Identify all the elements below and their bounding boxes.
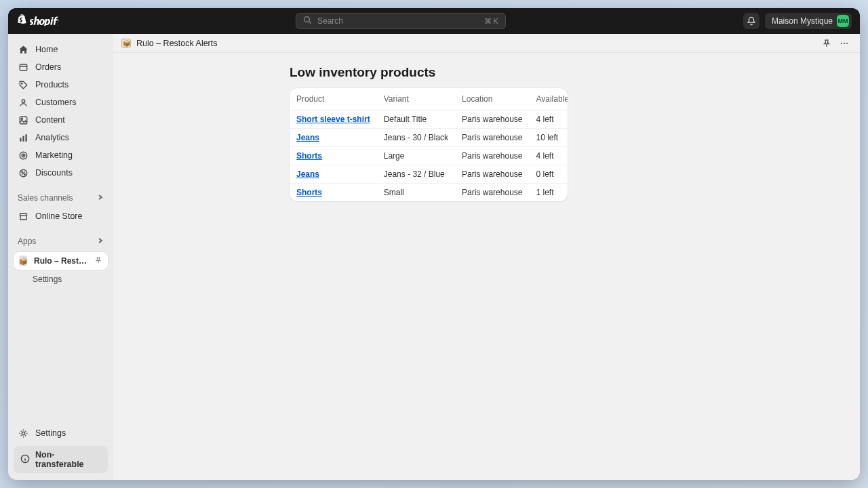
inventory-table: Product Variant Location Available Recor… <box>290 88 568 201</box>
nav-label: Products <box>35 80 68 89</box>
nav-label: Orders <box>35 62 61 72</box>
app-icon: 📦 <box>19 256 27 266</box>
cell-available: 4 left <box>529 110 568 129</box>
nav-label: Online Store <box>35 211 82 221</box>
nav-marketing[interactable]: Marketing <box>8 146 113 164</box>
topbar: Search ⌘ K Maison Mystique MM <box>8 8 860 34</box>
more-button[interactable] <box>837 36 852 51</box>
nav-label: Discounts <box>35 168 73 178</box>
orders-icon <box>18 62 28 73</box>
store-name: Maison Mystique <box>772 16 833 26</box>
sales-channels-header[interactable]: Sales channels <box>8 188 113 207</box>
svg-point-12 <box>23 155 24 156</box>
table-row: ShortsLargeParis warehouse4 left02/01/20… <box>290 147 568 165</box>
cell-available: 10 left <box>529 129 568 147</box>
cell-available: 1 left <box>529 184 568 202</box>
nav-discounts[interactable]: Discounts <box>8 164 113 182</box>
product-link[interactable]: Shorts <box>296 151 322 161</box>
table-row: JeansJeans - 32 / BlueParis warehouse0 l… <box>290 165 568 184</box>
cell-available: 0 left <box>529 165 568 184</box>
page-title: Low inventory products <box>290 65 568 80</box>
notifications-button[interactable] <box>743 13 760 29</box>
products-icon <box>18 79 28 90</box>
svg-point-19 <box>844 42 845 43</box>
shopify-logo[interactable] <box>16 14 58 28</box>
cell-variant: Small <box>377 184 455 202</box>
product-link[interactable]: Short sleeve t-shirt <box>296 115 370 124</box>
section-label: Sales channels <box>18 193 73 203</box>
app-title[interactable]: 📦 Rulo – Restock Alerts <box>121 39 218 48</box>
table-row: JeansJeans - 30 / BlackParis warehouse10… <box>290 129 568 147</box>
section-label: Apps <box>18 237 36 246</box>
sidebar: Home Orders Products Customers Content A… <box>8 34 113 480</box>
info-icon <box>20 454 30 466</box>
sidebar-app-rulo[interactable]: 📦 Rulo – Restock Alerts <box>14 252 108 270</box>
col-location: Location <box>455 88 529 110</box>
pin-button[interactable] <box>819 36 834 51</box>
product-link[interactable]: Jeans <box>296 169 319 179</box>
nav-customers[interactable]: Customers <box>8 94 113 111</box>
table-row: ShortsSmallParis warehouse1 left02/01/20… <box>290 184 568 202</box>
svg-rect-2 <box>20 64 27 70</box>
nav-content[interactable]: Content <box>8 111 113 129</box>
apps-header[interactable]: Apps <box>8 232 113 251</box>
product-link[interactable]: Shorts <box>296 188 322 197</box>
store-icon <box>18 211 28 222</box>
svg-point-15 <box>24 174 25 175</box>
product-link[interactable]: Jeans <box>296 133 319 142</box>
svg-point-3 <box>21 83 22 84</box>
nav-home[interactable]: Home <box>8 41 113 58</box>
low-inventory-card: Product Variant Location Available Recor… <box>290 88 568 201</box>
svg-point-16 <box>22 432 25 435</box>
app-sub-settings[interactable]: Settings <box>8 271 113 287</box>
app-label: Rulo – Restock Alerts <box>34 256 87 266</box>
nav-label: Content <box>35 115 65 125</box>
avatar: MM <box>837 15 849 27</box>
analytics-icon <box>18 132 28 143</box>
cell-location: Paris warehouse <box>455 110 529 129</box>
gear-icon <box>18 428 28 439</box>
svg-line-1 <box>309 21 311 23</box>
nav-online-store[interactable]: Online Store <box>8 207 113 225</box>
cell-variant: Large <box>377 147 455 165</box>
nav-label: Home <box>35 45 58 54</box>
cell-variant: Default Title <box>377 110 455 129</box>
sub-label: Settings <box>33 274 62 284</box>
nav-label: Customers <box>35 98 76 107</box>
col-product: Product <box>290 88 377 110</box>
nav-orders[interactable]: Orders <box>8 58 113 76</box>
customers-icon <box>18 97 28 108</box>
pin-icon[interactable] <box>94 256 102 266</box>
cell-location: Paris warehouse <box>455 165 529 184</box>
chevron-right-icon <box>97 237 104 246</box>
search-input[interactable]: Search ⌘ K <box>296 13 506 29</box>
app-content-topbar: 📦 Rulo – Restock Alerts <box>113 34 860 53</box>
badge-label: Non-transferable <box>35 450 101 469</box>
app-icon: 📦 <box>121 39 131 48</box>
content-icon <box>18 115 28 125</box>
search-shortcut: ⌘ K <box>484 17 498 26</box>
search-icon <box>303 16 312 26</box>
store-switcher[interactable]: Maison Mystique MM <box>765 13 852 29</box>
col-variant: Variant <box>377 88 455 110</box>
svg-rect-5 <box>20 117 27 124</box>
nav-analytics[interactable]: Analytics <box>8 129 113 146</box>
svg-rect-9 <box>25 134 26 142</box>
app-name: Rulo – Restock Alerts <box>136 39 218 48</box>
svg-point-0 <box>304 17 310 22</box>
nontransferable-badge: Non-transferable <box>14 446 108 473</box>
svg-point-6 <box>21 118 22 119</box>
search-placeholder: Search <box>317 16 343 26</box>
cell-variant: Jeans - 30 / Black <box>377 129 455 147</box>
chevron-right-icon <box>97 193 104 203</box>
svg-rect-8 <box>22 136 24 141</box>
svg-point-4 <box>22 100 25 103</box>
marketing-icon <box>18 150 28 161</box>
nav-products[interactable]: Products <box>8 76 113 94</box>
cell-variant: Jeans - 32 / Blue <box>377 165 455 184</box>
cell-location: Paris warehouse <box>455 129 529 147</box>
cell-available: 4 left <box>529 147 568 165</box>
cell-location: Paris warehouse <box>455 184 529 202</box>
nav-settings[interactable]: Settings <box>8 424 113 442</box>
cell-location: Paris warehouse <box>455 147 529 165</box>
